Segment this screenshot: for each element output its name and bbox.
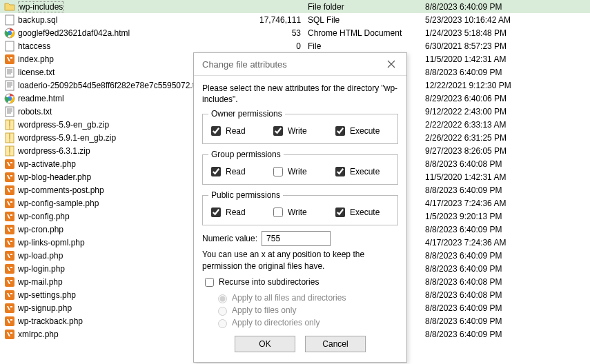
file-name: wordpress-5.9.1-en_gb.zip <box>18 133 116 143</box>
svg-rect-16 <box>5 199 14 208</box>
file-date: 4/17/2023 7:24:36 AM <box>425 238 542 247</box>
txt-icon <box>4 106 15 117</box>
group-write[interactable]: Write <box>271 165 326 179</box>
zip-icon <box>4 145 15 156</box>
php-icon <box>4 329 15 340</box>
file-date: 8/8/2023 6:40:09 PM <box>425 225 542 234</box>
file-date: 8/8/2023 6:40:08 PM <box>425 159 542 169</box>
group-write-checkbox[interactable] <box>273 167 283 176</box>
public-read-checkbox[interactable] <box>211 208 221 217</box>
svg-rect-14 <box>5 172 14 182</box>
txt-icon <box>4 80 15 91</box>
file-name: wp-blog-header.php <box>18 172 91 182</box>
dialog-title: Change file attributes <box>202 59 287 70</box>
owner-write[interactable]: Write <box>271 124 326 138</box>
file-date: 9/12/2022 2:43:00 PM <box>425 107 542 117</box>
owner-read[interactable]: Read <box>208 124 264 138</box>
owner-legend: Owner permissions <box>208 109 285 119</box>
owner-permissions-group: Owner permissions Read Write Execute <box>202 109 398 144</box>
group-read-checkbox[interactable] <box>211 167 221 176</box>
file-name: wp-trackback.php <box>18 316 83 326</box>
file-date: 11/5/2020 1:42:31 AM <box>425 54 542 64</box>
file-date: 8/8/2023 6:40:09 PM <box>425 330 542 339</box>
file-icon <box>4 14 15 26</box>
group-execute[interactable]: Execute <box>333 165 388 179</box>
dialog-instruction: Please select the new attributes for the… <box>202 83 398 105</box>
change-attributes-dialog: Change file attributes Please select the… <box>193 52 407 363</box>
svg-rect-24 <box>5 303 14 313</box>
file-name: wp-comments-post.php <box>18 185 104 195</box>
file-row[interactable]: htaccess0File6/30/2021 8:57:23 PM <box>0 39 590 52</box>
file-type: File folder <box>308 2 425 12</box>
permission-hint: You can use an x at any position to keep… <box>202 249 398 271</box>
file-date: 8/8/2023 6:40:09 PM <box>425 316 542 326</box>
php-icon <box>4 237 15 248</box>
php-icon <box>4 316 15 327</box>
file-name: wp-activate.php <box>18 159 76 169</box>
php-icon <box>4 54 15 65</box>
file-date: 6/30/2021 8:57:23 PM <box>425 41 542 51</box>
svg-rect-4 <box>5 54 14 64</box>
file-date: 2/22/2022 6:33:13 AM <box>425 120 542 130</box>
php-icon <box>4 224 15 235</box>
file-date: 8/8/2023 6:40:09 PM <box>425 264 542 274</box>
php-icon <box>4 250 15 261</box>
svg-rect-25 <box>5 316 14 326</box>
file-name: wp-login.php <box>18 264 65 274</box>
public-write[interactable]: Write <box>271 205 326 219</box>
owner-execute[interactable]: Execute <box>333 124 388 138</box>
group-execute-checkbox[interactable] <box>335 167 345 176</box>
folder-icon <box>4 1 15 12</box>
svg-rect-17 <box>5 212 14 221</box>
svg-rect-3 <box>6 41 14 51</box>
file-name: wp-config-sample.php <box>18 199 99 208</box>
php-icon <box>4 276 15 287</box>
file-size: 0 <box>259 41 308 51</box>
numeric-label: Numeric value: <box>202 234 257 243</box>
file-name: googlef9ed23621daf042a.html <box>18 28 130 38</box>
group-read[interactable]: Read <box>208 165 264 179</box>
svg-rect-13 <box>5 159 14 169</box>
file-row[interactable]: googlef9ed23621daf042a.html53Chrome HTML… <box>0 26 590 39</box>
file-name: wp-config.php <box>18 212 70 221</box>
owner-read-checkbox[interactable] <box>211 126 221 136</box>
owner-write-checkbox[interactable] <box>273 126 283 136</box>
svg-rect-20 <box>5 251 14 261</box>
file-name: wp-includes <box>18 1 64 12</box>
public-execute-checkbox[interactable] <box>335 208 345 217</box>
recurse-option[interactable]: Recurse into subdirectories <box>202 276 398 289</box>
file-date: 9/27/2023 8:26:05 PM <box>425 146 542 156</box>
ok-button[interactable]: OK <box>235 336 295 352</box>
php-icon <box>4 159 15 170</box>
file-date: 1/24/2023 5:18:48 PM <box>425 28 542 38</box>
file-name: wp-settings.php <box>18 290 76 300</box>
file-date: 8/8/2023 6:40:09 PM <box>425 251 542 261</box>
file-name: xmlrpc.php <box>18 330 59 339</box>
numeric-value-input[interactable] <box>262 231 331 246</box>
file-row[interactable]: backup.sql17,746,111SQL File5/23/2023 10… <box>0 13 590 26</box>
owner-execute-checkbox[interactable] <box>335 126 345 136</box>
file-row[interactable]: wp-includesFile folder8/8/2023 6:40:09 P… <box>0 0 590 13</box>
public-write-checkbox[interactable] <box>273 208 283 217</box>
file-name: htaccess <box>18 41 50 51</box>
close-icon[interactable] <box>384 57 398 71</box>
file-type: SQL File <box>308 15 425 25</box>
recurse-mode-radios: Apply to all files and directories Apply… <box>215 292 398 329</box>
recurse-checkbox[interactable] <box>205 278 214 287</box>
public-read[interactable]: Read <box>208 205 264 219</box>
file-date: 8/8/2023 6:40:08 PM <box>425 277 542 287</box>
php-icon <box>4 198 15 209</box>
file-date: 8/8/2023 6:40:09 PM <box>425 2 542 12</box>
public-execute[interactable]: Execute <box>333 205 388 219</box>
file-date: 8/8/2023 6:40:09 PM <box>425 303 542 313</box>
svg-rect-15 <box>5 185 14 195</box>
php-icon <box>4 290 15 301</box>
file-date: 5/23/2023 10:16:42 AM <box>425 15 542 25</box>
file-name: wp-links-opml.php <box>18 238 85 247</box>
cancel-button[interactable]: Cancel <box>305 336 366 352</box>
radio-dirs <box>218 319 227 328</box>
php-icon <box>4 263 15 274</box>
group-permissions-group: Group permissions Read Write Execute <box>202 150 398 185</box>
svg-rect-22 <box>5 277 14 287</box>
zip-icon <box>4 132 15 143</box>
